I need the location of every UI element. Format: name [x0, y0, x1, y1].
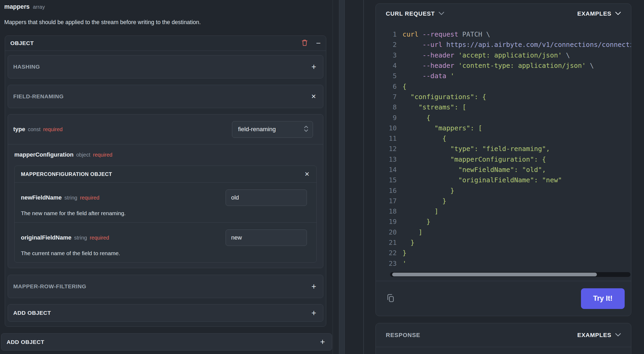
type-select[interactable]: field-renaming: [232, 121, 313, 138]
field-kind: const: [28, 126, 41, 132]
plus-icon[interactable]: +: [311, 282, 316, 291]
code-line: 5 --data ': [376, 71, 631, 81]
field-kind: string: [64, 195, 77, 201]
field-name: newFieldName: [21, 194, 62, 201]
code-token: {: [402, 135, 446, 142]
line-number: 8: [376, 103, 397, 111]
plus-icon[interactable]: +: [311, 63, 316, 71]
line-number: 23: [376, 260, 397, 267]
plus-icon[interactable]: +: [320, 338, 325, 346]
line-number: 14: [376, 166, 397, 174]
add-object-label: ADD OBJECT: [7, 339, 44, 345]
code-token: ': [402, 260, 406, 267]
response-header: RESPONSE EXAMPLES: [376, 323, 631, 347]
code-token: --header: [422, 51, 458, 59]
curl-request-selector[interactable]: CURL REQUEST: [386, 10, 444, 17]
code-line: 9 {: [376, 112, 631, 123]
line-number: 21: [376, 239, 397, 246]
code-token: "mappers": [: [402, 124, 482, 132]
code-token: {: [402, 114, 430, 122]
property-name: mappers: [4, 3, 30, 10]
left-pane-scrollbar[interactable]: [339, 0, 345, 354]
code-line: 18 ]: [376, 206, 631, 216]
examples-label: EXAMPLES: [577, 332, 611, 339]
copy-code-button[interactable]: [386, 293, 395, 304]
request-examples-selector[interactable]: EXAMPLES: [577, 10, 621, 17]
property-description: Mappers that should be applied to the st…: [4, 19, 201, 26]
response-examples-selector[interactable]: EXAMPLES: [577, 332, 621, 339]
code-token: \: [562, 51, 570, 59]
collapse-object-button[interactable]: −: [316, 39, 321, 47]
code-token: ': [450, 72, 454, 80]
mapper-configuration-box-header: MAPPERCONFIGURATION OBJECT ✕: [15, 166, 316, 183]
code-horizontal-scrollbar-thumb[interactable]: [392, 273, 597, 276]
add-object-button-root[interactable]: ADD OBJECT +: [1, 333, 332, 351]
code-token: \: [586, 62, 594, 69]
curl-request-title: CURL REQUEST: [386, 10, 435, 17]
type-field-row: type const required field-renaming: [8, 114, 323, 144]
trash-icon: [301, 39, 308, 47]
code-token: curl: [402, 30, 422, 38]
field-required-badge: required: [90, 235, 109, 241]
examples-label: EXAMPLES: [577, 10, 611, 17]
curl-request-panel: CURL REQUEST EXAMPLES 1curl --request PA…: [375, 3, 631, 316]
field-name: type: [13, 126, 25, 133]
type-select-value: field-renaming: [238, 126, 303, 133]
mapper-configuration-box-title: MAPPERCONFIGURATION OBJECT: [21, 171, 112, 177]
minus-icon: −: [316, 39, 321, 47]
code-horizontal-scrollbar[interactable]: [390, 272, 630, 277]
original-field-name-input[interactable]: [226, 229, 307, 246]
code-token: [402, 62, 422, 69]
code-line: 16 }: [376, 185, 631, 196]
line-number: 5: [376, 72, 397, 80]
code-token: }: [402, 249, 406, 257]
code-token: [402, 41, 422, 48]
field-required-badge: required: [80, 195, 99, 201]
code-token: https://api.airbyte.com/v1/connections/c…: [446, 41, 631, 48]
code-line: 17 }: [376, 196, 631, 206]
code-line: 1curl --request PATCH \: [376, 29, 631, 39]
variant-hashing[interactable]: HASHING +: [8, 55, 323, 78]
code-line: 22}: [376, 248, 631, 258]
add-object-label: ADD OBJECT: [13, 310, 51, 316]
object-panel-header[interactable]: OBJECT −: [5, 36, 326, 51]
line-number: 12: [376, 145, 397, 153]
response-title: RESPONSE: [386, 332, 420, 339]
close-icon[interactable]: ✕: [305, 171, 310, 177]
code-token: "streams": [: [402, 103, 466, 111]
line-number: 15: [376, 176, 397, 184]
chevron-down-icon: [615, 11, 621, 16]
schema-doc-pane: mappers array Mappers that should be app…: [0, 0, 333, 354]
code-line: 4 --header 'content-type: application/js…: [376, 60, 631, 71]
code-line: 10 "mappers": [: [376, 123, 631, 133]
new-field-name-input[interactable]: [226, 189, 307, 206]
line-number: 3: [376, 51, 397, 59]
original-field-name-label: originalFieldName string required: [21, 234, 109, 241]
variant-field-renaming[interactable]: FIELD-RENAMING ✕: [8, 85, 323, 108]
response-panel: RESPONSE EXAMPLES: [375, 323, 631, 354]
code-token: --request: [422, 30, 462, 38]
field-required-badge: required: [43, 126, 62, 132]
code-line: 11 {: [376, 133, 631, 144]
code-line: 12 "type": "field-renaming",: [376, 144, 631, 154]
code-token: }: [402, 239, 414, 246]
code-token: --data: [422, 72, 450, 80]
field-kind: string: [74, 235, 87, 241]
line-number: 10: [376, 124, 397, 132]
code-line: 8 "streams": [: [376, 102, 631, 112]
try-it-button[interactable]: Try It!: [581, 288, 625, 309]
delete-object-button[interactable]: [301, 39, 308, 47]
close-icon[interactable]: ✕: [311, 94, 316, 100]
field-description: The new name for the field after renamin…: [21, 210, 307, 216]
code-token: --header: [422, 62, 458, 69]
new-field-name-label: newFieldName string required: [21, 194, 99, 201]
line-number: 11: [376, 135, 397, 142]
field-name: originalFieldName: [21, 234, 71, 241]
add-object-button-inner[interactable]: ADD OBJECT +: [8, 304, 323, 322]
plus-icon[interactable]: +: [311, 309, 316, 317]
code-token: 'accept: application/json': [458, 51, 562, 59]
variant-mapper-row-filtering[interactable]: MAPPER-ROW-FILTERING +: [8, 275, 323, 298]
variant-hashing-title: HASHING: [13, 64, 40, 70]
line-number: 7: [376, 93, 397, 101]
code-line: 3 --header 'accept: application/json' \: [376, 50, 631, 60]
